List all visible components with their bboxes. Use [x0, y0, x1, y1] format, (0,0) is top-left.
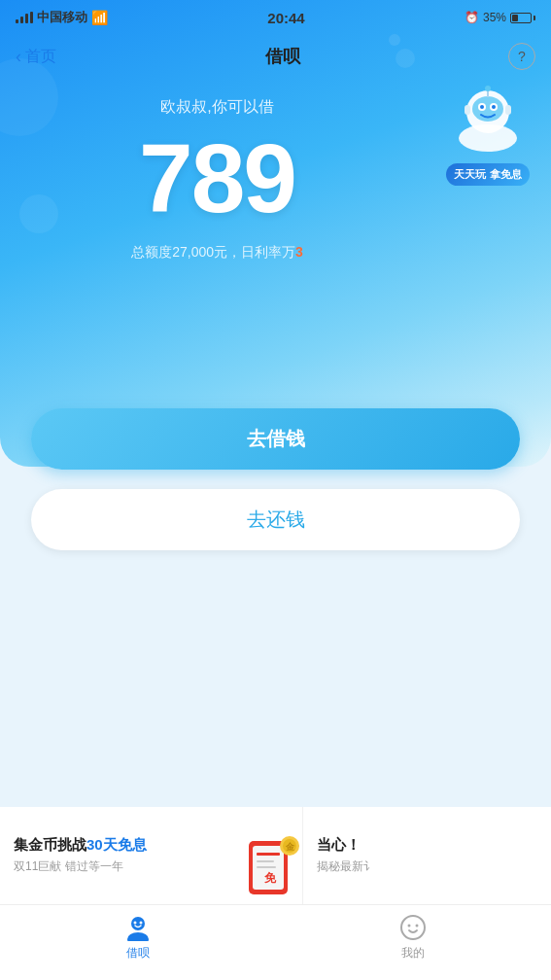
signal-bar-1 — [16, 19, 18, 23]
hero-info-text: 总额度27,000元，日利率万 — [131, 244, 295, 260]
status-right: ⏰ 35% — [465, 11, 535, 24]
svg-point-20 — [131, 917, 145, 930]
battery-tip — [534, 16, 535, 20]
svg-point-23 — [139, 922, 142, 925]
help-icon: ? — [518, 49, 526, 64]
hero-info-accent: 3 — [295, 244, 303, 260]
signal-bar-4 — [30, 12, 33, 23]
tab-borrow-icon — [124, 914, 152, 941]
mascot-robot-icon — [449, 78, 527, 156]
svg-point-26 — [416, 925, 419, 928]
svg-text:金: 金 — [285, 842, 295, 852]
tab-borrow-label: 借呗 — [126, 945, 150, 962]
svg-text:免: 免 — [263, 871, 277, 885]
svg-rect-15 — [257, 866, 276, 868]
tab-mine-label: 我的 — [401, 945, 425, 962]
svg-point-6 — [492, 105, 496, 109]
buttons-section: 去借钱 去还钱 — [0, 408, 551, 550]
back-label: 首页 — [25, 47, 56, 67]
banner-left-subtitle: 双11巨献 错过等一年 — [14, 858, 234, 875]
carrier-text: 中国移动 — [37, 9, 87, 26]
alarm-icon: ⏰ — [465, 11, 479, 24]
signal-bar-3 — [25, 14, 28, 23]
mascot-badge: 天天玩 拿免息 — [446, 163, 529, 186]
hero-subtitle: 欧叔叔,你可以借 — [0, 97, 434, 118]
svg-point-25 — [408, 925, 411, 928]
hero-info: 总额度27,000元，日利率万3 — [0, 244, 434, 262]
tab-mine[interactable]: 我的 — [276, 905, 552, 970]
banner-right-content: 当心！ 揭秘最新讠 — [317, 836, 537, 875]
status-left: 中国移动 📶 — [16, 9, 108, 26]
banner-right-title: 当心！ — [317, 836, 537, 855]
battery-fill — [512, 15, 518, 21]
signal-bars — [16, 12, 33, 23]
svg-rect-9 — [465, 105, 470, 115]
battery-indicator — [510, 13, 535, 23]
hero-amount: 789 — [0, 129, 434, 227]
svg-rect-14 — [257, 860, 274, 862]
svg-point-8 — [485, 86, 491, 91]
nav-bar: ‹ 首页 借呗 ? — [0, 35, 551, 78]
signal-bar-2 — [20, 17, 23, 23]
banner-left-title-accent: 30天免息 — [86, 836, 147, 853]
svg-rect-10 — [505, 105, 511, 115]
banner-section: 集金币挑战30天免息 双11巨献 错过等一年 免 — [0, 807, 551, 904]
borrow-button[interactable]: 去借钱 — [31, 408, 520, 470]
repay-button[interactable]: 去还钱 — [31, 489, 520, 550]
page-title: 借呗 — [265, 45, 300, 68]
tab-borrow[interactable]: 借呗 — [0, 905, 276, 970]
banner-right-title-main: 当心！ — [317, 836, 361, 853]
mascot-area: 天天玩 拿免息 — [434, 78, 541, 186]
back-button[interactable]: ‹ 首页 — [16, 47, 56, 67]
banner-left-title-text: 集金币挑战 — [14, 836, 86, 853]
hero-content: 欧叔叔,你可以借 789 总额度27,000元，日利率万3 — [0, 78, 434, 262]
svg-point-24 — [401, 916, 425, 939]
battery-body — [510, 13, 532, 23]
svg-point-22 — [133, 922, 136, 925]
tab-bar: 借呗 我的 — [0, 904, 551, 980]
help-button[interactable]: ? — [508, 43, 535, 70]
coupon-image: 免 金 — [239, 831, 302, 904]
status-bar: 中国移动 📶 20:44 ⏰ 35% — [0, 0, 551, 35]
battery-percent: 35% — [483, 11, 506, 24]
svg-point-21 — [127, 932, 149, 941]
status-time: 20:44 — [267, 10, 304, 26]
main-container: 中国移动 📶 20:44 ⏰ 35% ‹ 首页 借呗 ? — [0, 0, 551, 980]
banner-item-left[interactable]: 集金币挑战30天免息 双11巨献 错过等一年 免 — [0, 807, 303, 904]
svg-rect-13 — [257, 853, 280, 856]
banner-right-sub: 揭秘最新讠 — [317, 858, 537, 875]
svg-point-5 — [480, 105, 484, 109]
wifi-icon: 📶 — [91, 10, 108, 25]
banner-left-title: 集金币挑战30天免息 — [14, 836, 234, 855]
back-chevron-icon: ‹ — [16, 47, 21, 67]
banner-item-right[interactable]: 当心！ 揭秘最新讠 — [303, 807, 551, 904]
tab-mine-icon — [399, 914, 427, 941]
